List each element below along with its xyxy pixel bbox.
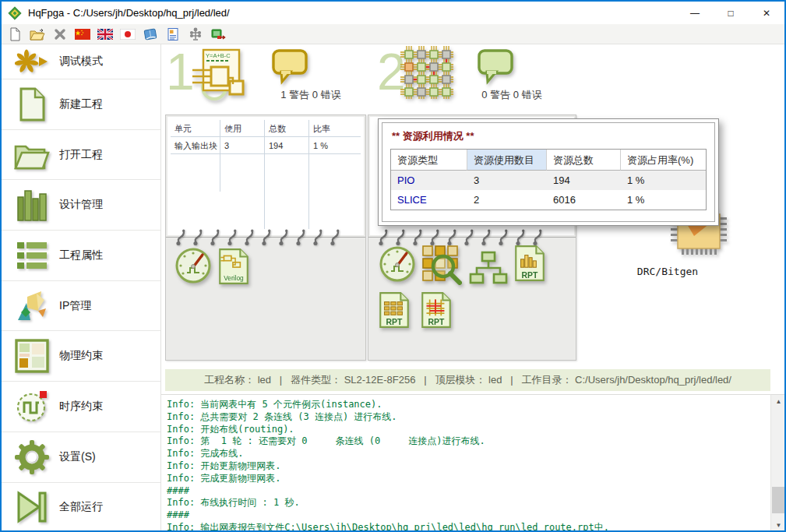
open-project-icon: [13, 139, 51, 171]
maximize-button[interactable]: □: [713, 2, 749, 24]
popup-inner: ** 资源利用情况 ** 资源类型 资源使用数目 资源总数 资源占用率(%) P…: [382, 122, 715, 222]
flag-china-icon: [75, 29, 90, 40]
rpt-label: RPT: [386, 318, 403, 326]
warnings-bubble-gold-icon[interactable]: [272, 49, 309, 85]
language-japanese-button[interactable]: [118, 26, 137, 43]
minimize-button[interactable]: —: [677, 2, 713, 24]
close-project-button[interactable]: [51, 26, 69, 43]
sidebar-item-label: 打开工程: [59, 148, 103, 162]
synthesis-netlist-icon[interactable]: Y=A+B-C: [188, 48, 247, 101]
ip-management-icon: [15, 289, 49, 323]
cell-resource-type: PIO: [391, 171, 467, 190]
rpt-report-bars-icon[interactable]: RPT: [513, 245, 546, 282]
sidebar-item-design-management[interactable]: 设计管理: [2, 180, 160, 231]
sidebar-item-label: 设置(S): [59, 450, 96, 464]
hierarchy-tree-icon[interactable]: [468, 251, 509, 285]
sidebar-item-label: 设计管理: [59, 198, 103, 212]
cell-used: 2: [467, 190, 547, 210]
sidebar-item-open-project[interactable]: 打开工程: [2, 130, 160, 181]
placement-viewer-icon[interactable]: [420, 243, 463, 287]
column-header-selected[interactable]: 资源使用数目: [467, 150, 547, 171]
app-logo-icon: [8, 6, 22, 20]
sidebar-item-debug-mode[interactable]: 调试模式: [2, 44, 160, 79]
table-row-pio[interactable]: PIO 3 194 1 %: [391, 171, 706, 190]
sidebar-item-new-project[interactable]: 新建工程: [2, 79, 160, 130]
routing-fabric-icon[interactable]: [400, 46, 453, 99]
rpt-report-route-icon[interactable]: RPT: [420, 291, 453, 329]
column-header[interactable]: 资源类型: [391, 150, 467, 171]
resource-utilization-popup: ** 资源利用情况 ** 资源类型 资源使用数目 资源总数 资源占用率(%) P…: [378, 118, 719, 226]
log-line: Info: 布线执行时间 : 1 秒.: [167, 497, 770, 509]
sidebar-item-timing-constraints[interactable]: 时序约束: [2, 382, 160, 432]
netlist-formula-text: Y=A+B-C: [206, 52, 231, 59]
exit-button[interactable]: [209, 26, 227, 43]
binding-ring-icon: [378, 226, 389, 247]
open-folder-icon: [30, 27, 45, 41]
scroll-up-arrow[interactable]: ▲: [771, 395, 786, 408]
popup-title: ** 资源利用情况 **: [392, 129, 707, 143]
settings-icon: [14, 439, 50, 475]
sidebar-item-label: 工程属性: [59, 248, 103, 262]
rpt-report-grid-icon[interactable]: RPT: [378, 291, 411, 329]
column-header[interactable]: 资源占用率(%): [621, 150, 706, 171]
language-english-button[interactable]: [96, 26, 115, 43]
window-title: HqFpga - C:/Users/jh/Desktop/hq_prj/led/…: [28, 7, 230, 19]
sidebar-item-settings[interactable]: 设置(S): [2, 432, 160, 483]
report-button[interactable]: [164, 26, 182, 43]
column-header[interactable]: 使用: [220, 120, 265, 137]
column-header[interactable]: 比率: [309, 120, 361, 137]
log-line: Info: 当前网表中有 5 个元件例示(instance).: [167, 399, 770, 411]
app-window: HqFpga - C:/Users/jh/Desktop/hq_prj/led/…: [0, 0, 786, 532]
binding-rings: [175, 226, 341, 247]
scroll-down-arrow[interactable]: ▼: [771, 519, 786, 532]
window-controls: — □ ✕: [677, 2, 784, 24]
sidebar-item-run-all[interactable]: 全部运行: [2, 483, 160, 532]
cell-percent: 1 %: [621, 190, 706, 210]
log-line: Info: 输出网表报告到文件C:\Users\jh\Desktop\hq_pr…: [167, 522, 770, 532]
binding-ring-icon: [278, 226, 290, 247]
timing-gauge-icon[interactable]: [378, 245, 417, 284]
column-header[interactable]: 资源总数: [547, 150, 621, 171]
resource-table-header: 资源类型 资源使用数目 资源总数 资源占用率(%): [391, 150, 706, 171]
log-line: ####: [167, 485, 770, 498]
scrollbar-thumb[interactable]: [772, 487, 785, 513]
signal-button[interactable]: [186, 26, 205, 43]
sidebar-item-label: 时序约束: [59, 400, 103, 414]
table-row[interactable]: 输入输出块 3 194 1 %: [171, 137, 361, 154]
log-line: ####: [167, 509, 770, 522]
io-resource-table: 单元 使用 总数 比率 输入输出块 3 194 1 %: [171, 120, 361, 229]
sidebar-item-label: 物理约束: [59, 349, 103, 363]
cell-total: 194: [547, 171, 621, 190]
column-header[interactable]: 总数: [265, 120, 309, 137]
sidebar-item-label: 调试模式: [59, 55, 103, 69]
column-header[interactable]: 单元: [171, 120, 220, 137]
sidebar-item-ip-management[interactable]: IP管理: [2, 281, 160, 332]
language-chinese-button[interactable]: [73, 26, 92, 43]
binding-ring-icon: [532, 226, 544, 247]
sidebar: 调试模式 新建工程 打开工程: [2, 44, 161, 530]
project-status-bar: 工程名称： led | 器件类型： SL2-12E-8F256 | 顶层模块： …: [165, 369, 770, 391]
table-header-row: 单元 使用 总数 比率: [171, 120, 361, 137]
log-line: Info: 完成布线.: [167, 448, 770, 460]
warnings-bubble-green-icon[interactable]: [478, 49, 515, 85]
help-button[interactable]: [141, 26, 160, 43]
main-area: 1 Y=A+B-C 1 警告 0 错误 2: [161, 44, 784, 530]
log-console[interactable]: Info: 当前网表中有 5 个元件例示(instance). Info: 总共…: [161, 394, 770, 532]
table-empty-row: [171, 192, 361, 229]
cell-total: 194: [265, 137, 309, 154]
cell-percent: 1 %: [621, 171, 706, 190]
new-file-button[interactable]: [5, 26, 24, 43]
close-button[interactable]: ✕: [749, 2, 784, 24]
binding-ring-icon: [481, 226, 492, 247]
log-scrollbar[interactable]: ▲ ▼: [770, 394, 786, 532]
verilog-file-icon[interactable]: Verilog: [217, 248, 250, 285]
resource-table: 资源类型 资源使用数目 资源总数 资源占用率(%) PIO 3 194 1 % …: [390, 149, 707, 210]
binding-ring-icon: [515, 226, 527, 247]
sidebar-item-label: 全部运行: [59, 500, 103, 514]
timing-gauge-icon[interactable]: [174, 246, 213, 285]
binding-ring-icon: [295, 226, 307, 247]
open-folder-button[interactable]: [28, 26, 47, 43]
sidebar-item-physical-constraints[interactable]: 物理约束: [2, 331, 160, 382]
sidebar-item-project-properties[interactable]: 工程属性: [2, 231, 160, 281]
table-row-slice[interactable]: SLICE 2 6016 1 %: [391, 190, 706, 210]
